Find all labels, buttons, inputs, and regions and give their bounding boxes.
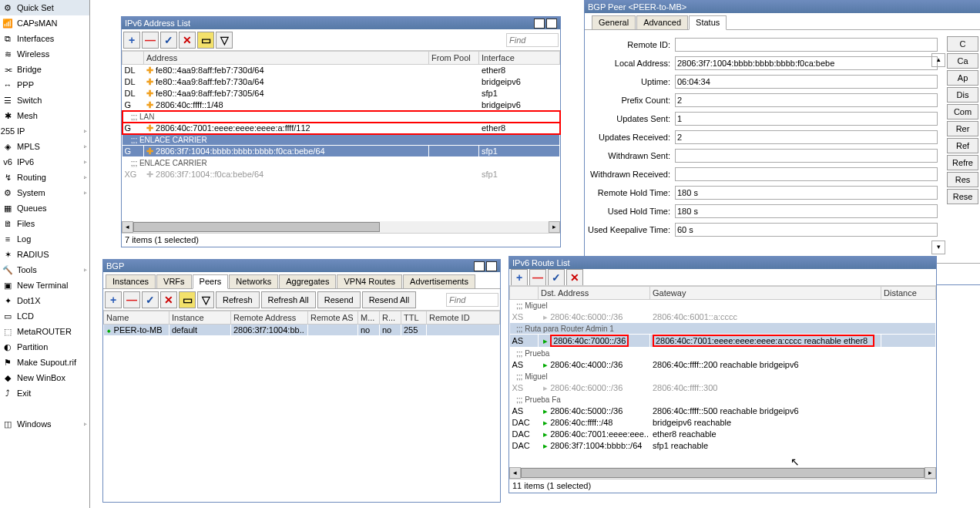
tab-aggregates[interactable]: Aggregates [279,274,336,288]
sidebar-item[interactable]: ✦Dot1X [0,293,89,308]
address-row[interactable]: DL✚ fe80::4aa9:8aff:feb7:730a/64bridgeip… [123,76,560,88]
down-arrow-icon[interactable]: ▾ [931,241,945,254]
route-row[interactable]: XS ▸ 2806:40c:6000::/362806:40c:ffff::30… [510,382,936,394]
col-ttl[interactable]: TTL [401,311,427,325]
route-row[interactable]: AS ▸ 2806:40c:4000::/362806:40c:ffff::20… [510,359,936,371]
disable-button[interactable]: ✕ [566,269,583,286]
refresh-all-button[interactable]: Refresh All [261,291,316,308]
add-button[interactable]: + [511,269,528,286]
col-address[interactable]: Address [144,52,429,65]
address-row[interactable]: G✚ 2806:40c:7001:eeee:eeee:eeee:a:ffff/1… [123,123,560,134]
panel-button[interactable]: Ref [947,138,978,153]
sidebar-item[interactable]: ↯Routing▹ [0,170,89,185]
sidebar-item[interactable]: ◈MPLS▹ [0,139,89,154]
scroll-right-icon[interactable]: ▸ [925,467,936,479]
route-comment[interactable]: ;;; Miguel [510,371,936,382]
col-instance[interactable]: Instance [169,311,231,325]
tab-status[interactable]: Status [689,15,727,30]
form-value[interactable]: 180 s [675,204,938,218]
table-header-row[interactable]: Address From Pool Interface [123,52,560,65]
remove-button[interactable]: — [529,269,546,286]
tab-advanced[interactable]: Advanced [636,15,688,29]
sidebar-item[interactable]: ↔PPP [0,77,89,93]
disable-button[interactable]: ✕ [179,32,196,49]
scroll-right-icon[interactable]: ▸ [549,221,560,233]
disable-button[interactable]: ✕ [160,291,177,308]
enable-button[interactable]: ✓ [142,291,159,308]
route-row[interactable]: DAC ▸ 2806:3f7:1004:bbbb::/64sfp1 reacha… [510,440,936,452]
enable-button[interactable]: ✓ [548,269,565,286]
panel-button[interactable]: Dis [947,87,978,103]
peer-row[interactable]: ⬥ PEER-to-MB default 2806:3f7:1004:bb.. … [104,325,500,336]
filter-button[interactable]: ▽ [197,291,214,308]
route-row[interactable]: AS ▸ 2806:40c:7000::/362806:40c:7001:eee… [510,335,936,348]
table-header-row[interactable]: Dst. Address Gateway Distance [510,287,936,300]
comment-button[interactable]: ▭ [197,32,214,49]
close-button[interactable]: ✕ [486,261,497,271]
resend-button[interactable]: Resend [317,291,361,308]
address-row[interactable]: DL✚ fe80::4aa9:8aff:feb7:7305/64sfp1 [123,88,560,99]
sidebar-item[interactable]: ⤴Exit [0,385,89,401]
form-value[interactable]: 1 [675,112,938,126]
sidebar-item[interactable]: ⧉Interfaces [0,31,89,46]
panel-button[interactable]: Rese [947,189,978,204]
window-titlebar[interactable]: BGP ☐ ✕ [103,260,500,272]
route-comment[interactable]: ;;; Miguel [510,300,936,311]
window-titlebar[interactable]: IPv6 Address List ☐ ✕ [122,17,560,29]
route-row[interactable]: XS ▸ 2806:40c:6000::/362806:40c:6001::a:… [510,311,936,323]
route-row[interactable]: AS ▸ 2806:40c:5000::/362806:40c:ffff::50… [510,405,936,417]
add-button[interactable]: + [123,32,140,49]
col-interface[interactable]: Interface [479,52,560,65]
h-scrollbar[interactable]: ◂ ▸ [122,221,560,233]
add-button[interactable]: + [105,291,122,308]
panel-button[interactable]: Rer [947,121,978,136]
col-name[interactable]: Name [104,311,169,325]
route-comment[interactable]: ;;; Prueba Fa [510,394,936,405]
panel-button[interactable]: Com [947,104,978,119]
minimize-button[interactable]: ☐ [534,19,545,29]
panel-button[interactable]: Ap [947,70,978,86]
form-value[interactable]: 2 [675,130,938,144]
sidebar-item[interactable] [0,401,89,416]
form-value[interactable]: 2806:3f7:1004:bbbb:bbbb:bbbb:f0ca:bebe [675,56,938,70]
address-row[interactable]: G✚ 2806:40c:ffff::1/48bridgeipv6 [123,99,560,111]
address-row[interactable]: ;;; ENLACE CARRIER [123,157,560,169]
sidebar-item[interactable]: ⚑Make Supout.rif [0,355,89,370]
route-row[interactable]: DAC ▸ 2806:40c:7001:eeee:eee..ether8 rea… [510,429,936,440]
find-input[interactable] [506,33,559,47]
comment-button[interactable]: ▭ [179,291,196,308]
sidebar-item[interactable]: ⫘Bridge [0,62,89,77]
h-scrollbar[interactable]: ◂ ▸ [509,467,936,479]
tab-vrfs[interactable]: VRFs [156,274,192,288]
sidebar-item[interactable]: v6IPv6▹ [0,154,89,170]
sidebar-item[interactable]: 255IP▹ [0,123,89,139]
tab-peers[interactable]: Peers [193,274,229,289]
col-gateway[interactable]: Gateway [650,287,881,300]
panel-button[interactable]: Res [947,172,978,187]
tab-general[interactable]: General [592,15,636,29]
enable-button[interactable]: ✓ [160,32,177,49]
scroll-left-icon[interactable]: ◂ [122,221,133,233]
tab-networks[interactable]: Networks [229,274,278,288]
window-titlebar[interactable]: IPv6 Route List [509,257,936,269]
col-r[interactable]: R... [380,311,401,325]
sidebar-item[interactable]: ⚙Quick Set [0,0,89,15]
col-flags[interactable] [123,52,144,65]
panel-button[interactable]: Ca [947,53,978,69]
col-remoteaddr[interactable]: Remote Address [231,311,308,325]
sidebar-item[interactable]: ✶RADIUS [0,247,89,262]
col-remoteas[interactable]: Remote AS [308,311,358,325]
scroll-thumb[interactable] [521,468,925,478]
tab-vpn4routes[interactable]: VPN4 Routes [337,274,402,288]
window-titlebar[interactable]: BGP Peer <PEER-to-MB> [585,1,980,13]
sidebar-item[interactable]: ◆New WinBox [0,370,89,385]
col-distance[interactable]: Distance [881,287,936,300]
form-value[interactable]: 06:04:34 [675,75,938,89]
address-row[interactable]: XG✚ 2806:3f7:1004::f0ca:bebe/64sfp1 [123,169,560,180]
sidebar-item[interactable]: ▣New Terminal [0,278,89,293]
table-header-row[interactable]: Name Instance Remote Address Remote AS M… [104,311,500,325]
scroll-left-icon[interactable]: ◂ [509,467,521,479]
route-comment[interactable]: ;;; Ruta para Router Admin 1 [510,323,936,335]
sidebar-item[interactable]: ⬚MetaROUTER [0,324,89,339]
remove-button[interactable]: — [123,291,140,308]
